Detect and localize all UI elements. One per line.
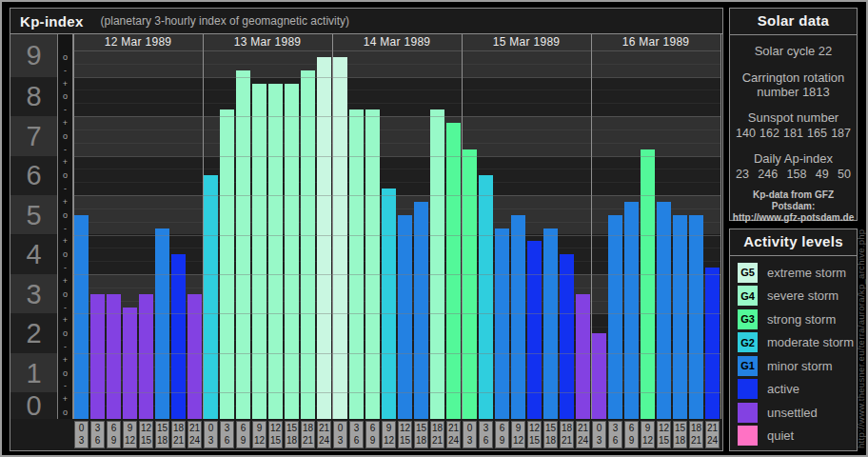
legend-swatch-G1: G1 bbox=[738, 356, 758, 376]
kp-third-label-2-: - bbox=[57, 342, 73, 351]
kp-third-label-3+: + bbox=[57, 276, 73, 286]
y-axis-label-4: 4 bbox=[10, 238, 57, 270]
activity-levels-panel: Activity levels G5extreme stormG4severe … bbox=[729, 228, 858, 451]
y-band-plot-5 bbox=[73, 195, 720, 234]
sunspot-number-label: Sunspot number bbox=[730, 110, 857, 125]
kp-bar-d1-s6 bbox=[301, 70, 315, 419]
day-header-3: 15 Mar 1989 bbox=[462, 34, 591, 50]
grid-line-third bbox=[73, 143, 720, 144]
y-axis-label-0: 0 bbox=[10, 389, 57, 422]
day-header-2: 14 Mar 1989 bbox=[332, 34, 462, 50]
kp-archive-page: Kp-index (planetary 3-hourly index of ge… bbox=[0, 0, 868, 457]
kp-third-label-5+: + bbox=[57, 197, 73, 207]
kp-third-label-6+: + bbox=[57, 157, 73, 167]
time-slot-label-d2-s6: 1821 bbox=[430, 421, 444, 448]
kp-third-label-1-: - bbox=[57, 381, 73, 390]
carrington-rotation-text: Carrington rotation number 1813 bbox=[730, 70, 857, 99]
grid-line-unit bbox=[73, 77, 720, 78]
legend-item-active: active bbox=[738, 379, 857, 399]
day-header-1: 13 Mar 1989 bbox=[203, 34, 332, 50]
y-axis-label-3: 3 bbox=[10, 278, 57, 310]
y-band-plot-3 bbox=[73, 274, 720, 313]
time-slot-label-d0-s2: 69 bbox=[107, 421, 121, 448]
time-slot-label-d2-s3: 912 bbox=[382, 421, 396, 448]
day-separator-5 bbox=[720, 34, 721, 419]
kp-bar-d1-s7 bbox=[317, 57, 331, 419]
time-slot-label-d4-s1: 36 bbox=[608, 421, 622, 448]
legend-label: extreme storm bbox=[767, 266, 846, 280]
ap-value: 246 bbox=[758, 168, 778, 181]
y-axis-label-1: 1 bbox=[10, 357, 57, 389]
data-source-line1: Kp-data from GFZ Potsdam: bbox=[730, 189, 857, 212]
y-axis-label-5: 5 bbox=[10, 199, 57, 231]
grid-line-third bbox=[73, 169, 720, 169]
legend-label: minor storm bbox=[767, 359, 833, 373]
kp-bar-d3-s0 bbox=[463, 149, 477, 419]
grid-line-third bbox=[73, 380, 720, 381]
kp-bar-d4-s6 bbox=[689, 215, 703, 419]
day-header-0: 12 Mar 1989 bbox=[73, 34, 203, 50]
legend-item-extreme-storm: G5extreme storm bbox=[738, 263, 857, 283]
data-source-line2: http://www.gfz-potsdam.de bbox=[730, 212, 857, 224]
time-slot-label-d0-s3: 912 bbox=[123, 421, 137, 448]
time-slot-label-d1-s6: 1821 bbox=[301, 421, 315, 448]
legend-swatch-G5: G5 bbox=[738, 263, 758, 283]
legend-label: strong storm bbox=[767, 312, 836, 327]
kp-third-label-7o: o bbox=[57, 131, 73, 141]
grid-line-unit bbox=[73, 116, 720, 117]
grid-line-third bbox=[73, 129, 720, 130]
legend-item-minor-storm: G1minor storm bbox=[738, 356, 857, 376]
watermark-url: http://www.theusner.eu/terra/aurora/kp_a… bbox=[856, 92, 867, 448]
kp-bar-d1-s2 bbox=[236, 70, 250, 419]
carrington-line1: Carrington rotation bbox=[730, 70, 857, 85]
time-slot-label-d2-s4: 1215 bbox=[398, 421, 412, 448]
time-slot-label-d4-s6: 1821 bbox=[689, 421, 703, 448]
y-band-plot-4 bbox=[73, 235, 720, 274]
grid-line-third bbox=[73, 288, 720, 288]
legend-label: moderate storm bbox=[767, 335, 854, 349]
daily-ap-values: 232461584950 bbox=[730, 166, 857, 181]
kp-bar-d2-s7 bbox=[446, 123, 461, 419]
y-band-plot-1 bbox=[73, 353, 720, 392]
kp-bar-d3-s5 bbox=[543, 228, 558, 419]
y-band-plot-8 bbox=[73, 77, 720, 116]
sunspot-value: 140 bbox=[736, 127, 756, 140]
grid-line-unit bbox=[73, 392, 720, 393]
kp-third-label-4o: o bbox=[57, 249, 73, 259]
grid-line-third bbox=[73, 261, 720, 262]
y-axis-label-6: 6 bbox=[10, 159, 57, 191]
time-slot-label-d1-s1: 36 bbox=[220, 421, 234, 448]
kp-third-label-0+: + bbox=[57, 394, 73, 404]
time-slot-label-d4-s2: 69 bbox=[624, 421, 639, 448]
kp-third-label-6-: - bbox=[57, 184, 73, 193]
kp-bar-d4-s1 bbox=[608, 215, 622, 419]
legend-label: active bbox=[767, 382, 799, 396]
kp-bar-d3-s2 bbox=[495, 228, 509, 419]
kp-bar-d3-s7 bbox=[576, 294, 590, 419]
grid-line-unit bbox=[73, 313, 720, 314]
activity-levels-list: G5extreme stormG4severe stormG3strong st… bbox=[730, 256, 857, 446]
kp-chart-panel: Kp-index (planetary 3-hourly index of ge… bbox=[10, 8, 723, 451]
kp-third-label-6o: o bbox=[57, 170, 73, 180]
grid-line-unit bbox=[73, 353, 720, 354]
sunspot-value: 162 bbox=[760, 127, 779, 140]
legend-swatch-G3: G3 bbox=[738, 309, 758, 329]
kp-third-label-3o: o bbox=[57, 289, 73, 299]
legend-swatch-active bbox=[738, 379, 758, 399]
kp-third-label-9o: o bbox=[57, 52, 73, 62]
kp-bar-d1-s5 bbox=[285, 84, 299, 419]
grid-line-third bbox=[73, 103, 720, 104]
time-slot-label-d3-s7: 2124 bbox=[576, 421, 590, 448]
kp-bar-d0-s0 bbox=[74, 215, 89, 419]
kp-third-label-3-: - bbox=[57, 303, 73, 312]
solar-data-panel: Solar data Solar cycle 22 Carrington rot… bbox=[729, 8, 858, 221]
grid-line-unit bbox=[73, 274, 720, 275]
kp-third-label-5o: o bbox=[57, 210, 73, 220]
grid-line-third bbox=[73, 209, 720, 209]
kp-bar-d0-s5 bbox=[155, 228, 169, 419]
legend-swatch-quiet bbox=[738, 426, 758, 446]
kp-bar-d3-s3 bbox=[511, 215, 525, 419]
kp-bar-d4-s3 bbox=[641, 149, 655, 419]
time-slot-label-d3-s5: 1518 bbox=[543, 421, 558, 448]
grid-line-third bbox=[73, 182, 720, 183]
